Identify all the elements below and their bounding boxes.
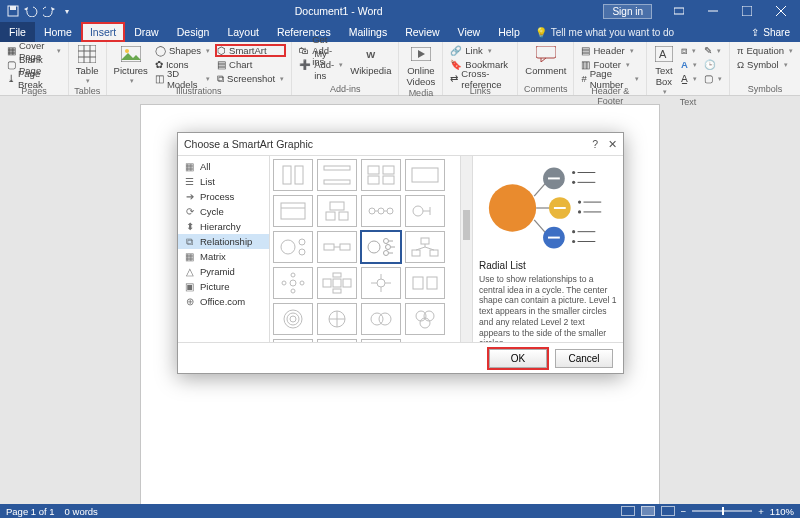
print-layout-icon[interactable] [641, 506, 655, 516]
gallery-thumb[interactable] [273, 303, 313, 335]
web-layout-icon[interactable] [661, 506, 675, 516]
gallery-thumb[interactable] [361, 267, 401, 299]
svg-point-48 [386, 245, 391, 250]
category-matrix[interactable]: ▦Matrix [178, 249, 269, 264]
tell-me[interactable]: 💡 Tell me what you want to do [529, 27, 674, 38]
gallery-thumb[interactable] [405, 231, 445, 263]
wikipedia-button[interactable]: WWikipedia [348, 44, 393, 76]
maximize-icon[interactable] [732, 0, 762, 22]
svg-rect-43 [324, 244, 334, 250]
gallery-thumb[interactable] [273, 339, 313, 342]
datetime-button[interactable]: 🕒 [702, 58, 724, 71]
zoom-slider[interactable] [692, 510, 752, 512]
dropcap-button[interactable]: A̲ [679, 72, 699, 85]
ok-button[interactable]: OK [489, 349, 547, 368]
ribbon-display-icon[interactable] [664, 0, 694, 22]
category-hierarchy[interactable]: ⬍Hierarchy [178, 219, 269, 234]
gallery-thumb[interactable] [405, 303, 445, 335]
minimize-icon[interactable] [698, 0, 728, 22]
gallery-thumb[interactable] [273, 159, 313, 191]
share-button[interactable]: ⇪ Share [751, 27, 800, 38]
gallery-thumb[interactable] [317, 159, 357, 191]
category-office[interactable]: ⊕Office.com [178, 294, 269, 309]
gallery-thumb[interactable] [317, 195, 357, 227]
wordart-button[interactable]: A [679, 58, 699, 71]
category-relationship[interactable]: ⧉Relationship [178, 234, 269, 249]
smartart-button[interactable]: ⬡SmartArt [215, 44, 286, 57]
category-picture[interactable]: ▣Picture [178, 279, 269, 294]
tab-mailings[interactable]: Mailings [340, 22, 397, 42]
gallery-thumb[interactable] [317, 303, 357, 335]
table-button[interactable]: Table [74, 44, 101, 85]
online-video-button[interactable]: Online Videos [404, 44, 437, 87]
gallery-thumb[interactable] [361, 159, 401, 191]
gallery-thumb[interactable] [405, 159, 445, 191]
read-mode-icon[interactable] [621, 506, 635, 516]
signin-button[interactable]: Sign in [603, 4, 652, 19]
gallery-thumb[interactable] [405, 267, 445, 299]
chart-button[interactable]: ▤Chart [215, 58, 286, 71]
gallery-thumb[interactable] [317, 339, 357, 342]
dialog-title: Choose a SmartArt Graphic [184, 138, 313, 150]
graphic-gallery [270, 156, 473, 342]
equation-button[interactable]: πEquation [735, 44, 795, 57]
my-addins-button[interactable]: ➕My Add-ins [297, 58, 345, 71]
category-process[interactable]: ➔Process [178, 189, 269, 204]
close-icon[interactable]: ✕ [608, 138, 617, 150]
undo-icon[interactable] [24, 4, 38, 18]
help-icon[interactable]: ? [592, 138, 598, 150]
gallery-thumb-selected[interactable] [361, 231, 401, 263]
gallery-thumb[interactable] [361, 339, 401, 342]
cancel-button[interactable]: Cancel [555, 349, 613, 368]
page-break-button[interactable]: ⤓Page Break [5, 72, 63, 85]
pictures-button[interactable]: Pictures [112, 44, 150, 85]
gallery-thumb[interactable] [317, 267, 357, 299]
tab-design[interactable]: Design [168, 22, 219, 42]
screenshot-button[interactable]: ⧉Screenshot [215, 72, 286, 85]
sigline-button[interactable]: ✎ [702, 44, 724, 57]
tab-view[interactable]: View [449, 22, 490, 42]
gallery-thumb[interactable] [361, 303, 401, 335]
category-all[interactable]: ▦All [178, 159, 269, 174]
tab-layout[interactable]: Layout [218, 22, 268, 42]
gallery-thumb[interactable] [317, 231, 357, 263]
tab-review[interactable]: Review [396, 22, 448, 42]
redo-icon[interactable] [42, 4, 56, 18]
object-button[interactable]: ▢ [702, 72, 724, 85]
zoom-in-icon[interactable]: + [758, 506, 764, 517]
dialog-titlebar[interactable]: Choose a SmartArt Graphic ? ✕ [178, 133, 623, 155]
tab-insert[interactable]: Insert [81, 22, 125, 42]
header-button[interactable]: ▤Header [579, 44, 640, 57]
page-indicator[interactable]: Page 1 of 1 [6, 506, 55, 517]
symbol-button[interactable]: ΩSymbol [735, 58, 795, 71]
gallery-scrollbar[interactable] [460, 156, 472, 342]
gallery-thumb[interactable] [273, 267, 313, 299]
tab-draw[interactable]: Draw [125, 22, 168, 42]
3d-models-button[interactable]: ◫3D Models [153, 72, 212, 85]
tell-me-label: Tell me what you want to do [551, 27, 674, 38]
category-cycle[interactable]: ⟳Cycle [178, 204, 269, 219]
shapes-button[interactable]: ◯Shapes [153, 44, 212, 57]
quickparts-button[interactable]: ⧈ [679, 44, 699, 57]
group-tables: Table Tables [69, 42, 107, 95]
gallery-thumb[interactable] [405, 195, 445, 227]
tab-help[interactable]: Help [489, 22, 529, 42]
crossref-button[interactable]: ⇄Cross-reference [448, 72, 512, 85]
link-button[interactable]: 🔗Link [448, 44, 512, 57]
zoom-level[interactable]: 110% [770, 506, 794, 517]
category-pyramid[interactable]: △Pyramid [178, 264, 269, 279]
pagenum-button[interactable]: #Page Number [579, 72, 640, 85]
close-icon[interactable] [766, 0, 796, 22]
zoom-out-icon[interactable]: − [681, 506, 687, 517]
gallery-thumb[interactable] [273, 195, 313, 227]
gallery-thumb[interactable] [361, 195, 401, 227]
gallery-thumb[interactable] [273, 231, 313, 263]
textbox-button[interactable]: AText Box [652, 44, 676, 96]
comment-button[interactable]: Comment [523, 44, 568, 76]
customize-qat-icon[interactable]: ▾ [60, 4, 74, 18]
category-list[interactable]: ☰List [178, 174, 269, 189]
save-icon[interactable] [6, 4, 20, 18]
svg-rect-55 [430, 250, 438, 256]
word-count[interactable]: 0 words [65, 506, 98, 517]
header-icon: ▤ [581, 45, 590, 56]
